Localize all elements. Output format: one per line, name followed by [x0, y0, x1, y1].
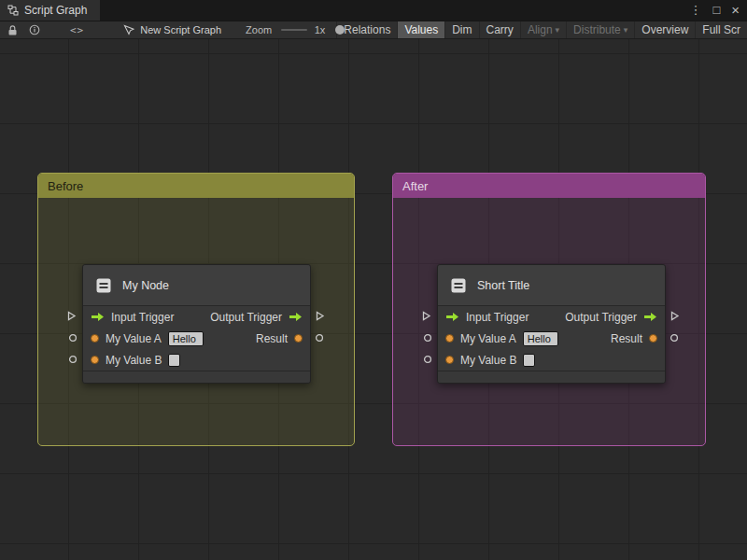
- input-trigger-label: Input Trigger: [111, 311, 174, 324]
- overview-button[interactable]: Overview: [634, 21, 695, 39]
- result-port-icon[interactable]: [294, 334, 303, 343]
- node-footer: [83, 371, 310, 383]
- value-a-label: My Value A: [106, 332, 162, 345]
- maximize-icon[interactable]: □: [712, 0, 720, 21]
- values-button[interactable]: Values: [397, 21, 444, 39]
- toolbar-button-group: Relations Values Dim Carry Align ▾ Distr…: [336, 21, 747, 39]
- script-graph-asset-icon: [123, 24, 134, 35]
- zoom-value: 1x: [315, 24, 326, 35]
- value-a-port-icon[interactable]: [445, 334, 454, 343]
- value-b-label: My Value B: [460, 354, 516, 367]
- graph-toolbar: <> New Script Graph Zoom 1x Relations Va…: [0, 21, 747, 39]
- zoom-slider[interactable]: [281, 29, 307, 31]
- value-a-field[interactable]: Hello: [523, 331, 558, 346]
- output-trigger-connection-point[interactable]: [316, 311, 326, 321]
- result-port-icon[interactable]: [649, 334, 657, 343]
- chevron-down-icon: ▾: [556, 21, 560, 39]
- group-after-label: After: [402, 179, 428, 193]
- value-a-label: My Value A: [460, 332, 516, 345]
- node-ports: Input Trigger Output Trigger My Value A …: [83, 306, 310, 371]
- distribute-label: Distribute: [573, 21, 621, 39]
- value-b-port-icon[interactable]: [91, 356, 99, 364]
- relations-button[interactable]: Relations: [336, 21, 397, 39]
- value-a-row: My Value A Hello Result: [438, 328, 665, 349]
- node-header[interactable]: My Node: [83, 265, 310, 306]
- trigger-row: Input Trigger Output Trigger: [438, 306, 665, 328]
- close-icon[interactable]: ×: [731, 0, 740, 21]
- group-before-label: Before: [48, 179, 83, 193]
- result-label: Result: [611, 332, 642, 345]
- result-connection-point[interactable]: [669, 333, 680, 343]
- info-icon[interactable]: [29, 24, 40, 35]
- input-trigger-connection-point[interactable]: [422, 311, 432, 321]
- output-trigger-port-icon[interactable]: [289, 312, 303, 322]
- graph-icon: [7, 5, 19, 16]
- value-b-label: My Value B: [106, 354, 162, 367]
- value-b-connection-point[interactable]: [423, 355, 433, 365]
- window-menu-icon[interactable]: ⋮: [689, 0, 701, 21]
- node-title: My Node: [122, 279, 169, 292]
- result-connection-point[interactable]: [315, 333, 325, 343]
- value-b-row: My Value B: [438, 349, 665, 371]
- align-label: Align: [528, 21, 553, 39]
- unit-icon: [93, 275, 114, 296]
- value-b-port-icon[interactable]: [445, 356, 454, 364]
- input-trigger-port-icon[interactable]: [91, 312, 105, 322]
- value-a-connection-point[interactable]: [68, 333, 78, 343]
- node-footer: [438, 371, 665, 383]
- output-trigger-label: Output Trigger: [565, 311, 637, 324]
- node-short-title[interactable]: Short Title Input Trigger Output Trigger…: [437, 264, 666, 384]
- node-ports: Input Trigger Output Trigger My Value A …: [438, 306, 665, 371]
- window-controls: ⋮ □ ×: [689, 0, 740, 21]
- carry-button[interactable]: Carry: [479, 21, 520, 39]
- zoom-label: Zoom: [246, 24, 272, 35]
- output-trigger-port-icon[interactable]: [643, 312, 657, 322]
- dim-button[interactable]: Dim: [444, 21, 478, 39]
- node-header[interactable]: Short Title: [438, 265, 665, 306]
- chevron-down-icon: ▾: [624, 21, 628, 39]
- tab-title: Script Graph: [24, 4, 87, 17]
- group-after-header[interactable]: After: [393, 174, 705, 198]
- value-a-field[interactable]: Hello: [168, 331, 204, 346]
- window-tab-bar: Script Graph ⋮ □ ×: [0, 0, 747, 21]
- fullscreen-button[interactable]: Full Scr: [695, 21, 747, 39]
- node-my-node[interactable]: My Node Input Trigger Output Trigger My …: [82, 264, 311, 384]
- node-title: Short Title: [477, 279, 529, 292]
- code-icon[interactable]: <>: [70, 24, 84, 36]
- value-b-field[interactable]: [168, 354, 180, 367]
- input-trigger-label: Input Trigger: [466, 311, 529, 324]
- result-label: Result: [256, 332, 288, 345]
- graph-canvas[interactable]: Before After My Node Input Trigger: [0, 39, 747, 560]
- input-trigger-port-icon[interactable]: [445, 312, 459, 322]
- align-button[interactable]: Align ▾: [520, 21, 566, 39]
- distribute-button[interactable]: Distribute ▾: [566, 21, 634, 39]
- value-b-field[interactable]: [523, 354, 535, 367]
- value-b-row: My Value B: [83, 349, 310, 371]
- value-a-port-icon[interactable]: [91, 334, 99, 343]
- tab-script-graph[interactable]: Script Graph: [0, 0, 100, 21]
- group-before-header[interactable]: Before: [38, 174, 354, 198]
- value-a-row: My Value A Hello Result: [83, 328, 310, 349]
- output-trigger-connection-point[interactable]: [670, 311, 681, 321]
- graph-name-label[interactable]: New Script Graph: [140, 24, 221, 35]
- output-trigger-label: Output Trigger: [210, 311, 282, 324]
- trigger-row: Input Trigger Output Trigger: [83, 306, 310, 328]
- lock-icon[interactable]: [7, 24, 18, 36]
- value-a-connection-point[interactable]: [423, 333, 433, 343]
- unit-icon: [448, 275, 469, 296]
- value-b-connection-point[interactable]: [68, 355, 78, 365]
- input-trigger-connection-point[interactable]: [67, 311, 78, 321]
